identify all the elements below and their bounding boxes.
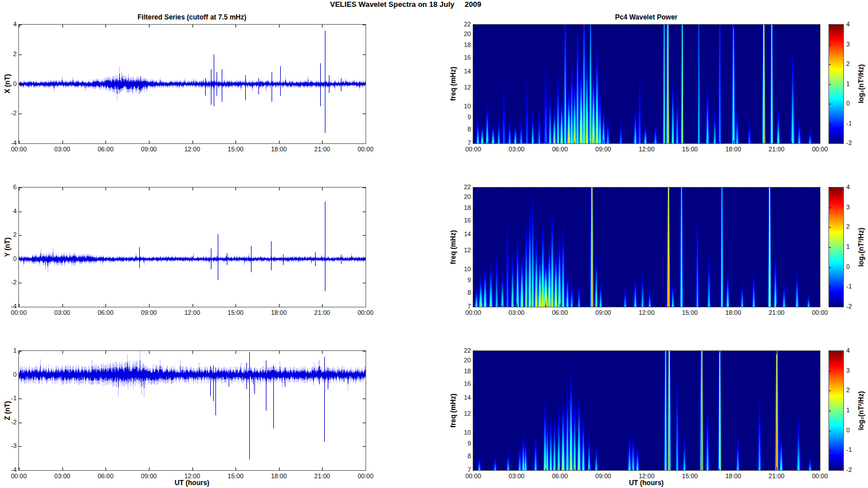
x-tick-label: 00:00 — [6, 309, 32, 317]
x-tick-label: 03:00 — [50, 309, 75, 317]
colorbar-tick-label: 1 — [846, 407, 861, 414]
wavelet-spectra-figure: VELIES Wavelet Spectra on 18 July 2009 F… — [0, 0, 868, 488]
x-tick-label: 09:00 — [591, 146, 616, 153]
y-tick-label: -2 — [0, 110, 17, 117]
x-tick-label: 21:00 — [309, 146, 335, 153]
x-tick-label: 03:00 — [504, 473, 529, 480]
wavelet-power-y-spectrogram — [473, 187, 820, 307]
x-tick-label: 03:00 — [50, 473, 75, 480]
freq-tick-label: 18 — [456, 41, 471, 49]
freq-tick-label: 12 — [456, 84, 471, 91]
colorbar-tick-label: 4 — [846, 184, 861, 191]
p0-canvas — [19, 25, 366, 143]
wavelet-power-x-spectrogram — [473, 24, 820, 144]
freq-tick-label: 10 — [456, 429, 471, 436]
x-tick-label: 15:00 — [223, 146, 248, 153]
x-tick-label: 03:00 — [504, 146, 529, 153]
colorbar-tick-label: 1 — [846, 80, 861, 88]
x-tick-label: 09:00 — [591, 473, 616, 480]
freq-tick-label: 8 — [456, 289, 471, 296]
x-tick-label: 15:00 — [223, 473, 248, 480]
filtered-series-y-plot — [18, 187, 366, 307]
freq-tick-label: 14 — [456, 231, 471, 238]
freq-tick-label: 9 — [456, 440, 471, 447]
x-tick-label: 00:00 — [6, 146, 32, 153]
colorbar-tick-label: 4 — [846, 347, 861, 354]
x-tick-label: 06:00 — [547, 309, 572, 317]
x-tick-label: 15:00 — [223, 309, 248, 317]
figure-title: VELIES Wavelet Spectra on 18 July 2009 — [330, 0, 481, 9]
y-tick-label: 0 — [0, 255, 17, 263]
filtered-series-x-plot — [18, 24, 366, 144]
x-tick-label: 12:00 — [634, 146, 659, 153]
x-axis-label-left: UT (hours) — [175, 479, 210, 487]
colorbar-tick-label: -1 — [846, 446, 861, 454]
freq-tick-label: 18 — [456, 368, 471, 375]
y-tick-label: 4 — [0, 21, 17, 28]
p4-canvas — [473, 188, 820, 307]
x-tick-label: 12:00 — [180, 146, 205, 153]
colorbar-tick-label: 2 — [846, 387, 861, 394]
x-tick-label: 03:00 — [504, 309, 529, 317]
freq-tick-label: 8 — [456, 452, 471, 460]
colorbar-tick-label: -2 — [846, 303, 861, 310]
x-tick-label: 00:00 — [353, 473, 378, 480]
x-axis-label-right: UT (hours) — [629, 479, 664, 487]
x-tick-label: 00:00 — [461, 473, 486, 480]
y-tick-label: 0 — [0, 371, 17, 378]
colorbar-tick-label: 0 — [846, 100, 861, 107]
colorbar-tick-label: 4 — [846, 21, 861, 28]
cb2-canvas — [829, 351, 843, 470]
x-tick-label: 18:00 — [266, 146, 292, 153]
y-tick-label: 6 — [0, 184, 17, 191]
p5-canvas — [473, 351, 820, 470]
x-tick-label: 03:00 — [50, 146, 75, 153]
x-tick-label: 09:00 — [136, 146, 162, 153]
x-tick-label: 15:00 — [677, 309, 702, 317]
x-tick-label: 12:00 — [634, 473, 659, 480]
cb0-canvas — [829, 25, 843, 143]
x-tick-label: 15:00 — [677, 473, 702, 480]
freq-tick-label: 8 — [456, 126, 471, 133]
x-tick-label: 09:00 — [136, 309, 162, 317]
freq-tick-label: 22 — [456, 184, 471, 191]
colorbar-tick-label: -2 — [846, 139, 861, 147]
x-tick-label: 00:00 — [461, 146, 486, 153]
p3-canvas — [473, 25, 820, 143]
freq-tick-label: 10 — [456, 266, 471, 273]
y-tick-label: 2 — [0, 231, 17, 239]
colorbar-tick-label: 0 — [846, 263, 861, 271]
y-tick-label: 1 — [0, 347, 17, 354]
x-tick-label: 12:00 — [180, 473, 205, 480]
y-tick-label: -2 — [0, 419, 17, 426]
freq-tick-label: 22 — [456, 21, 471, 28]
freq-tick-label: 16 — [456, 217, 471, 224]
x-tick-label: 12:00 — [180, 309, 205, 317]
freq-tick-label: 18 — [456, 204, 471, 212]
x-tick-label: 18:00 — [721, 473, 746, 480]
x-tick-label: 00:00 — [807, 146, 832, 153]
x-tick-label: 21:00 — [764, 309, 789, 317]
colorbar-tick-label: 3 — [846, 41, 861, 48]
colorbar-x — [828, 24, 844, 144]
colorbar-tick-label: -2 — [846, 466, 861, 474]
x-tick-label: 21:00 — [764, 146, 789, 153]
freq-tick-label: 20 — [456, 193, 471, 201]
x-tick-label: 00:00 — [353, 146, 378, 153]
x-tick-label: 21:00 — [309, 309, 335, 317]
y-tick-label: -1 — [0, 395, 17, 402]
freq-tick-label: 16 — [456, 54, 471, 61]
freq-tick-label: 10 — [456, 103, 471, 110]
freq-tick-label: 12 — [456, 410, 471, 417]
y-axis-label-z-nt: Z (nT) — [3, 401, 11, 420]
x-tick-label: 06:00 — [93, 473, 118, 480]
x-tick-label: 15:00 — [677, 146, 702, 153]
y-tick-label: 2 — [0, 50, 17, 58]
x-tick-label: 00:00 — [6, 473, 32, 480]
colorbar-tick-label: 1 — [846, 243, 861, 251]
y-tick-label: 0 — [0, 80, 17, 88]
p2-canvas — [19, 351, 366, 470]
x-tick-label: 18:00 — [721, 146, 746, 153]
y-tick-label: -3 — [0, 442, 17, 450]
colorbar-y — [828, 187, 844, 307]
